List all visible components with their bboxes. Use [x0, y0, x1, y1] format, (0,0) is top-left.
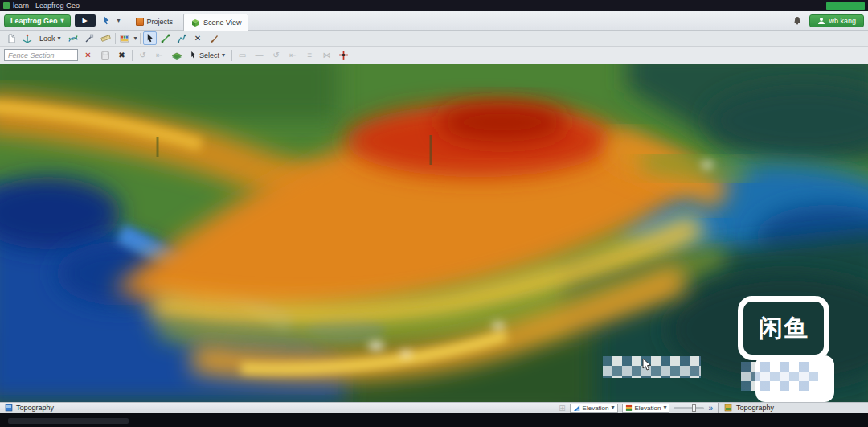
- brush-tool-icon[interactable]: [207, 31, 221, 45]
- delete-tool-icon[interactable]: ✕: [191, 31, 205, 45]
- divider: [125, 15, 125, 27]
- look-menu-button[interactable]: Look ▾: [36, 33, 64, 44]
- opacity-slider[interactable]: [674, 407, 704, 409]
- select-menu-button[interactable]: Select ▾: [186, 49, 228, 61]
- divider: [115, 33, 116, 44]
- select-label: Select: [199, 51, 219, 60]
- tab-scene-view-label: Scene View: [203, 18, 241, 27]
- chevron-down-icon[interactable]: ▾: [117, 18, 121, 24]
- tab-scene-view[interactable]: Scene View: [183, 14, 248, 31]
- divider: [132, 50, 133, 61]
- slider-thumb[interactable]: [692, 404, 696, 412]
- shape-list-bar: Topography ⊞ Elevation ▾ Elevation ▾: [0, 402, 868, 413]
- more-options-arrows-icon[interactable]: »: [708, 404, 713, 413]
- chevron-down-icon: ▾: [222, 52, 225, 59]
- shape-row-topography[interactable]: Topography: [0, 403, 554, 413]
- run-button[interactable]: ▶: [75, 14, 96, 27]
- user-name: wb kang: [829, 17, 856, 25]
- titlebar-green-badge[interactable]: [826, 2, 865, 10]
- app-icon: [3, 2, 10, 9]
- user-icon: [817, 17, 825, 25]
- elevation-gradient-icon: [573, 404, 580, 412]
- join-icon[interactable]: ⋈: [320, 48, 334, 62]
- rotate-view-icon[interactable]: [67, 31, 80, 45]
- mouse-cursor: [641, 358, 653, 376]
- chevron-down-icon: ▾: [61, 18, 64, 24]
- view-mode-value: Elevation: [583, 404, 609, 412]
- leapfrog-geo-menu-label: Leapfrog Geo: [10, 17, 58, 25]
- cancel-icon[interactable]: ✕: [81, 48, 95, 62]
- divider: [140, 33, 141, 44]
- undo-icon[interactable]: ↺: [136, 48, 149, 62]
- chevron-down-icon: ▾: [58, 35, 61, 42]
- tab-projects[interactable]: Projects: [129, 14, 180, 31]
- leapfrog-geo-window: learn - Leapfrog Geo Leapfrog Geo ▾ ▶ ▾ …: [0, 0, 868, 427]
- pointer-tool-button[interactable]: [143, 31, 157, 45]
- colour-mode-dropdown[interactable]: Elevation ▾: [622, 404, 670, 413]
- look-label: Look: [39, 35, 55, 43]
- window-title: learn - Leapfrog Geo: [13, 0, 80, 11]
- topography-layer-icon: [723, 404, 732, 413]
- line-style-icon[interactable]: —: [252, 48, 266, 62]
- notifications-bell-icon[interactable]: [790, 14, 804, 27]
- watermark-text: 闲鱼: [759, 312, 809, 345]
- shape-label: Topography: [16, 404, 54, 412]
- delete-section-icon[interactable]: ✖: [115, 48, 129, 62]
- chevron-down-icon: ▾: [611, 404, 614, 411]
- surface-layers-icon[interactable]: [170, 48, 183, 62]
- topography-terrain-render: [0, 64, 868, 402]
- scene-axes-icon[interactable]: [20, 31, 34, 45]
- colour-ramp-icon: [625, 404, 633, 412]
- draw-polyline-tool-icon[interactable]: [175, 31, 189, 45]
- ruler-tool-icon[interactable]: [99, 31, 113, 45]
- scene-cube-icon: [190, 18, 200, 27]
- processing-tasks-icon[interactable]: [100, 14, 113, 27]
- edit-toolbar: ✕ ✖ ↺ ⇤ Select ▾ ▭ — ↺ ⇤ ≡ ⋈: [0, 47, 868, 64]
- tab-projects-label: Projects: [147, 18, 174, 26]
- reverse-icon[interactable]: ↺: [269, 48, 283, 62]
- chevron-down-icon: ▾: [663, 404, 666, 411]
- draw-line-tool-icon[interactable]: [159, 31, 173, 45]
- scene-viewport[interactable]: 闲鱼: [0, 64, 868, 402]
- view-mode-dropdown[interactable]: Elevation ▾: [570, 404, 618, 413]
- chevron-down-icon[interactable]: ▾: [134, 35, 137, 42]
- list-icon[interactable]: ≡: [303, 48, 317, 62]
- bottom-strip: [0, 413, 868, 427]
- titlebar: learn - Leapfrog Geo: [0, 0, 868, 11]
- menubar: Leapfrog Geo ▾ ▶ ▾ Projects Scene View: [0, 11, 868, 31]
- grid-toggle-icon[interactable]: ⊞: [559, 404, 565, 413]
- leapfrog-geo-menu-button[interactable]: Leapfrog Geo ▾: [4, 14, 71, 27]
- slicer-tool-icon[interactable]: [83, 31, 96, 45]
- watermark-logo: 闲鱼: [738, 296, 829, 360]
- unreadable-text-smudge: [8, 418, 129, 424]
- trash-icon[interactable]: ▭: [235, 48, 249, 62]
- panel-title: Topography: [736, 404, 774, 412]
- divider: [231, 50, 232, 61]
- play-icon: ▶: [82, 17, 87, 24]
- new-scene-icon[interactable]: [4, 31, 18, 45]
- snap-icon[interactable]: ⇤: [153, 48, 166, 62]
- section-crosshair-icon[interactable]: [337, 48, 350, 62]
- colourmap-table-icon[interactable]: [118, 31, 132, 45]
- view-toolbar: Look ▾ ▾ ✕: [0, 31, 868, 47]
- shape-display-controls: ⊞ Elevation ▾ Elevation ▾ »: [554, 403, 718, 413]
- user-account-button[interactable]: wb kang: [809, 14, 864, 27]
- save-icon[interactable]: [98, 48, 112, 62]
- fence-section-input[interactable]: [4, 49, 78, 61]
- extend-icon[interactable]: ⇤: [286, 48, 300, 62]
- pixelated-censor-patch: [741, 362, 818, 391]
- projects-icon: [136, 18, 144, 26]
- surface-shape-icon: [4, 404, 13, 413]
- colour-mode-value: Elevation: [635, 404, 661, 412]
- shape-list-panel-header[interactable]: Topography: [718, 403, 868, 413]
